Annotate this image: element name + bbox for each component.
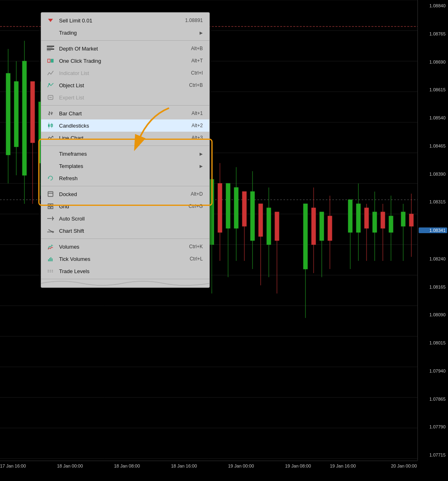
menu-item-chart-shift[interactable]: Chart Shift — [41, 225, 209, 237]
menu-section-chart-types: Bar ChartAlt+1CandlesticksAlt+2Line Char… — [41, 106, 209, 146]
menu-item-trade-levels[interactable]: Trade Levels — [41, 265, 209, 277]
menu-item-expert-list[interactable]: Expert List — [41, 91, 209, 104]
autoscroll-icon — [46, 214, 55, 223]
price-label: 1.08341 — [419, 227, 447, 233]
menu-item-depth-of-market[interactable]: Depth Of MarketAlt+B — [41, 42, 209, 55]
svg-rect-34 — [49, 258, 50, 261]
menu-item-one-click-trading[interactable]: One Click TradingAlt+T — [41, 55, 209, 67]
price-label: 1.08840 — [419, 3, 447, 8]
svg-rect-3 — [47, 49, 54, 50]
menu-item-templates[interactable]: Templates▶ — [41, 160, 209, 172]
docked-icon — [46, 190, 55, 198]
menu-section-market: Depth Of MarketAlt+BOne Click TradingAlt… — [41, 41, 209, 106]
menu-label-depth-of-market: Depth Of Market — [59, 46, 183, 52]
trade-levels-icon — [46, 267, 55, 275]
no-icon — [46, 162, 55, 170]
menu-shortcut-docked: Alt+D — [191, 191, 203, 197]
menu-label-tick-volumes: Tick Volumes — [59, 256, 182, 262]
svg-marker-20 — [48, 178, 49, 179]
menu-shortcut-volumes: Ctrl+K — [189, 244, 203, 249]
menu-item-candlesticks[interactable]: CandlesticksAlt+2 — [41, 119, 209, 132]
svg-rect-1 — [47, 46, 54, 47]
svg-rect-2 — [47, 47, 53, 48]
price-label: 1.08765 — [419, 31, 447, 36]
grid-icon — [46, 202, 55, 210]
menu-shortcut-candlesticks: Alt+2 — [191, 123, 203, 128]
refresh-icon — [46, 174, 55, 182]
menu-label-object-list: Object List — [59, 82, 181, 88]
menu-item-tick-volumes[interactable]: Tick VolumesCtrl+L — [41, 253, 209, 265]
menu-item-bar-chart[interactable]: Bar ChartAlt+1 — [41, 107, 209, 119]
svg-rect-23 — [48, 204, 50, 206]
menu-item-indicator-list[interactable]: Indicator ListCtrl+I — [41, 67, 209, 79]
menu-item-grid[interactable]: GridCtrl+G — [41, 200, 209, 212]
time-label: 19 Jan 00:00 — [228, 463, 254, 468]
menu-shortcut-object-list: Ctrl+B — [189, 82, 203, 88]
price-label: 1.07940 — [419, 368, 447, 373]
svg-rect-6 — [51, 59, 53, 62]
time-label: 17 Jan 16:00 — [0, 463, 26, 468]
volumes-icon — [46, 243, 55, 251]
menu-label-grid: Grid — [59, 203, 180, 210]
price-label: 1.07865 — [419, 397, 447, 402]
menu-item-refresh[interactable]: Refresh — [41, 172, 209, 184]
submenu-arrow-trading: ▶ — [200, 31, 203, 35]
svg-rect-21 — [48, 192, 53, 196]
menu-shortcut-one-click-trading: Alt+T — [191, 58, 203, 64]
menu-label-candlesticks: Candlesticks — [59, 123, 183, 129]
menu-section-volumes: VolumesCtrl+KTick VolumesCtrl+LTrade Lev… — [41, 239, 209, 279]
oct-icon — [46, 57, 55, 65]
menu-section-view: Timeframes▶Templates▶Refresh — [41, 146, 209, 186]
sell-arrow-icon — [46, 16, 55, 24]
menu-label-chart-shift: Chart Shift — [59, 228, 203, 234]
menu-label-one-click-trading: One Click Trading — [59, 58, 183, 64]
time-label: 18 Jan 00:00 — [57, 463, 83, 468]
candlestick-icon — [46, 121, 55, 130]
wavy-bottom-decoration — [41, 279, 209, 287]
price-label: 1.08465 — [419, 143, 447, 148]
menu-item-volumes[interactable]: VolumesCtrl+K — [41, 240, 209, 253]
menu-label-templates: Templates — [59, 163, 196, 169]
svg-rect-5 — [48, 59, 50, 62]
price-label: 1.08690 — [419, 60, 447, 64]
time-label: 19 Jan 16:00 — [330, 463, 356, 468]
price-axis: 1.088401.087651.086901.086151.085401.084… — [417, 0, 448, 461]
time-label: 19 Jan 08:00 — [285, 463, 311, 468]
price-label: 1.08090 — [419, 312, 447, 317]
menu-label-line-chart: Line Chart — [59, 135, 183, 141]
menu-label-auto-scroll: Auto Scroll — [59, 216, 203, 222]
bar-chart-icon — [46, 109, 55, 117]
menu-item-timeframes[interactable]: Timeframes▶ — [41, 148, 209, 160]
menu-item-auto-scroll[interactable]: Auto Scroll — [41, 212, 209, 225]
dom-icon — [46, 44, 55, 53]
menu-label-refresh: Refresh — [59, 175, 203, 181]
line-chart-icon — [46, 134, 55, 142]
time-label: 18 Jan 08:00 — [114, 463, 140, 468]
svg-point-7 — [48, 83, 50, 85]
submenu-arrow-templates: ▶ — [200, 164, 203, 168]
price-label: 1.07790 — [419, 424, 447, 429]
menu-label-timeframes: Timeframes — [59, 151, 196, 157]
price-label: 1.08390 — [419, 172, 447, 177]
menu-item-sell-limit[interactable]: Sell Limit 0.011.08891 — [41, 14, 209, 26]
menu-label-volumes: Volumes — [59, 244, 181, 250]
menu-shortcut-sell-limit: 1.08891 — [185, 18, 203, 23]
price-label: 1.08615 — [419, 87, 447, 92]
context-menu: Sell Limit 0.011.08891Trading▶Depth Of M… — [41, 12, 210, 288]
menu-item-object-list[interactable]: Object ListCtrl+B — [41, 79, 209, 91]
svg-marker-32 — [53, 231, 54, 233]
menu-label-docked: Docked — [59, 191, 182, 197]
svg-rect-24 — [51, 204, 53, 206]
price-label: 1.08015 — [419, 340, 447, 345]
menu-item-docked[interactable]: DockedAlt+D — [41, 188, 209, 200]
menu-label-trade-levels: Trade Levels — [59, 268, 203, 274]
time-axis: 17 Jan 16:0018 Jan 00:0018 Jan 08:0018 J… — [0, 461, 417, 481]
menu-shortcut-line-chart: Alt+3 — [191, 135, 203, 141]
price-label: 1.08315 — [419, 199, 447, 204]
menu-item-line-chart[interactable]: Line ChartAlt+3 — [41, 132, 209, 144]
indicator-icon — [46, 69, 55, 77]
svg-line-31 — [48, 229, 53, 232]
svg-rect-25 — [48, 207, 50, 209]
menu-item-trading[interactable]: Trading▶ — [41, 26, 209, 39]
price-label: 1.08165 — [419, 285, 447, 289]
